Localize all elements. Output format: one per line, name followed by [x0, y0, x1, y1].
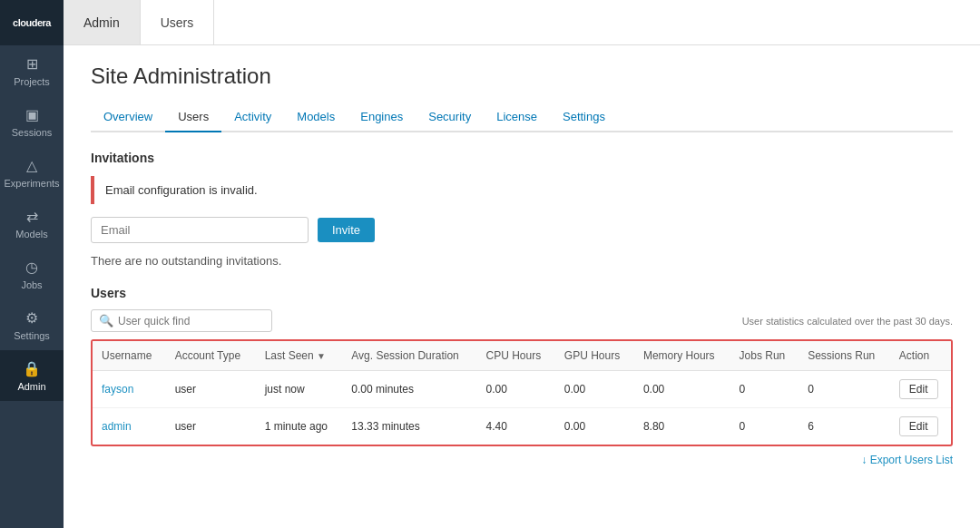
tab-overview[interactable]: Overview: [91, 103, 165, 132]
tab-activity[interactable]: Activity: [221, 103, 284, 132]
table-row: fayson user just now 0.00 minutes 0.00 0…: [93, 371, 951, 408]
cell-gpu-hours: 0.00: [555, 371, 634, 408]
logo: cloudera: [0, 0, 64, 45]
page-title: Site Administration: [91, 64, 953, 89]
experiments-icon: △: [23, 156, 41, 174]
sidebar-label-jobs: Jobs: [21, 279, 42, 290]
topnav-label-admin: Admin: [83, 15, 120, 30]
jobs-icon: ◷: [23, 258, 41, 276]
stats-note: User statistics calculated over the past…: [742, 316, 953, 327]
username-link[interactable]: fayson: [102, 383, 133, 396]
sidebar-item-admin[interactable]: 🔒 Admin: [0, 350, 64, 401]
sort-icon: ▼: [317, 351, 326, 361]
sessions-icon: ▣: [23, 105, 41, 123]
topnav-tab-admin[interactable]: Admin: [64, 0, 141, 44]
cell-gpu-hours: 0.00: [555, 408, 634, 445]
topnav-tab-users[interactable]: Users: [141, 0, 215, 44]
tab-settings[interactable]: Settings: [550, 103, 618, 132]
cell-jobs-run: 0: [730, 371, 799, 408]
col-sessions-run: Sessions Run: [799, 341, 890, 371]
cell-avg-session: 13.33 minutes: [342, 408, 476, 445]
tab-users[interactable]: Users: [165, 103, 221, 132]
projects-icon: ⊞: [23, 54, 41, 73]
cell-action: Edit: [890, 408, 951, 445]
cell-cpu-hours: 0.00: [477, 371, 555, 408]
table-header-row: Username Account Type Last Seen ▼ Avg. S…: [93, 341, 951, 371]
sidebar-item-models[interactable]: ⇄ Models: [0, 198, 64, 249]
col-jobs-run: Jobs Run: [730, 341, 799, 371]
edit-button[interactable]: Edit: [899, 416, 938, 436]
invite-button[interactable]: Invite: [318, 218, 375, 242]
no-invitations-text: There are no outstanding invitations.: [91, 254, 953, 268]
sidebar-item-experiments[interactable]: △ Experiments: [0, 147, 64, 198]
sidebar-item-sessions[interactable]: ▣ Sessions: [0, 96, 64, 147]
logo-text: cloudera: [13, 17, 51, 28]
sidebar-label-sessions: Sessions: [12, 127, 53, 138]
export-row: ↓ Export Users List: [91, 446, 953, 466]
col-cpu-hours: CPU Hours: [477, 341, 555, 371]
col-gpu-hours: GPU Hours: [555, 341, 634, 371]
topnav-label-users: Users: [161, 15, 194, 30]
cell-cpu-hours: 4.40: [477, 408, 555, 445]
sidebar-label-experiments: Experiments: [4, 178, 59, 189]
sidebar-label-projects: Projects: [14, 76, 50, 87]
sidebar: cloudera ⊞ Projects ▣ Sessions △ Experim…: [0, 0, 64, 528]
tab-security[interactable]: Security: [416, 103, 484, 132]
col-username: Username: [93, 341, 166, 371]
users-section-title: Users: [91, 286, 953, 300]
settings-icon: ⚙: [23, 308, 41, 327]
sidebar-label-admin: Admin: [17, 381, 45, 392]
invitations-title: Invitations: [91, 151, 953, 165]
cell-sessions-run: 6: [799, 408, 890, 445]
search-input[interactable]: [118, 315, 264, 328]
invite-row: Invite: [91, 217, 953, 243]
col-action: Action: [890, 341, 951, 371]
cell-memory-hours: 0.00: [634, 371, 730, 408]
cell-username: fayson: [93, 371, 166, 408]
cell-account-type: user: [166, 371, 256, 408]
cell-last-seen: 1 minute ago: [256, 408, 343, 445]
col-memory-hours: Memory Hours: [634, 341, 730, 371]
sub-tabs: Overview Users Activity Models Engines S…: [91, 103, 953, 132]
col-last-seen[interactable]: Last Seen ▼: [256, 341, 343, 371]
sidebar-item-settings[interactable]: ⚙ Settings: [0, 299, 64, 350]
content-area: Site Administration Overview Users Activ…: [64, 45, 980, 528]
cell-memory-hours: 8.80: [634, 408, 730, 445]
users-table: Username Account Type Last Seen ▼ Avg. S…: [93, 341, 951, 445]
sidebar-item-projects[interactable]: ⊞ Projects: [0, 45, 64, 96]
col-avg-session: Avg. Session Duration: [342, 341, 476, 371]
cell-last-seen: just now: [256, 371, 343, 408]
top-nav: Admin Users: [64, 0, 980, 45]
cell-action: Edit: [890, 371, 951, 408]
tab-license[interactable]: License: [484, 103, 550, 132]
search-box: 🔍: [91, 309, 272, 332]
alert-box: Email configuration is invalid.: [91, 176, 953, 204]
cell-username: admin: [93, 408, 166, 445]
users-table-wrapper: Username Account Type Last Seen ▼ Avg. S…: [91, 339, 953, 446]
cell-account-type: user: [166, 408, 256, 445]
col-account-type: Account Type: [166, 341, 256, 371]
tab-models[interactable]: Models: [284, 103, 348, 132]
search-icon: 🔍: [99, 314, 113, 328]
cell-sessions-run: 0: [799, 371, 890, 408]
search-row: 🔍 User statistics calculated over the pa…: [91, 309, 953, 332]
sidebar-item-jobs[interactable]: ◷ Jobs: [0, 249, 64, 299]
sidebar-label-settings: Settings: [14, 330, 50, 341]
alert-text: Email configuration is invalid.: [105, 183, 258, 197]
sidebar-label-models: Models: [15, 229, 47, 240]
cell-jobs-run: 0: [730, 408, 799, 445]
username-link[interactable]: admin: [102, 420, 132, 433]
cell-avg-session: 0.00 minutes: [342, 371, 476, 408]
main-area: Admin Users Site Administration Overview…: [64, 0, 980, 528]
edit-button[interactable]: Edit: [899, 379, 938, 399]
models-icon: ⇄: [23, 207, 41, 225]
tab-engines[interactable]: Engines: [348, 103, 416, 132]
admin-icon: 🔒: [23, 359, 41, 377]
email-field[interactable]: [91, 217, 309, 243]
table-row: admin user 1 minute ago 13.33 minutes 4.…: [93, 408, 951, 445]
export-users-link[interactable]: ↓ Export Users List: [861, 454, 953, 466]
